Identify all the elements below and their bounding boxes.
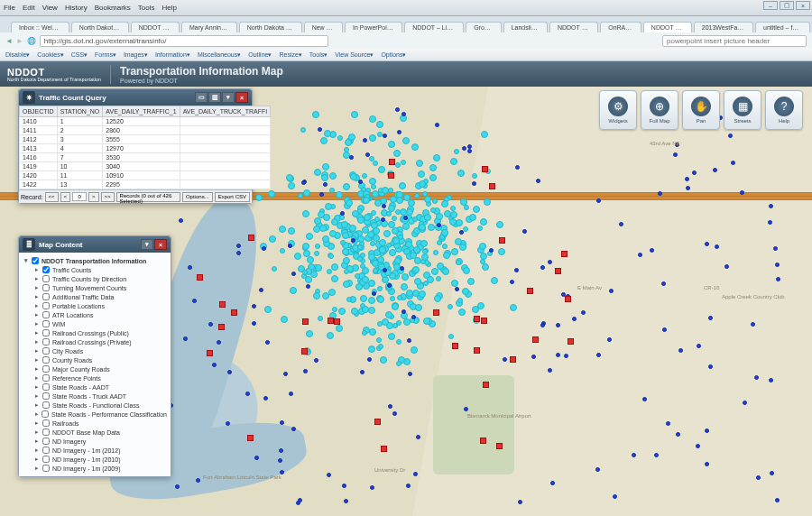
traffic-count-marker[interactable]: [768, 220, 772, 225]
traffic-count-marker[interactable]: [472, 306, 479, 313]
menu-view[interactable]: View: [42, 4, 58, 12]
traffic-count-marker[interactable]: [454, 149, 459, 154]
traffic-count-marker[interactable]: [376, 121, 383, 128]
record-last-button[interactable]: >>: [101, 192, 115, 202]
traffic-count-marker[interactable]: [411, 346, 418, 354]
traffic-count-marker[interactable]: [410, 252, 417, 259]
layer-item[interactable]: ▸Turning Movement Counts: [23, 283, 167, 292]
traffic-count-marker[interactable]: [278, 458, 282, 463]
menu-help[interactable]: Help: [161, 4, 176, 12]
traffic-count-marker[interactable]: [662, 327, 667, 332]
layer-item[interactable]: ▸Reference Points: [23, 373, 167, 382]
browser-tab[interactable]: Inbox :: Welco...: [11, 22, 69, 32]
panel-close-icon[interactable]: ×: [235, 92, 248, 103]
traffic-count-marker[interactable]: [607, 337, 612, 342]
traffic-count-marker[interactable]: [567, 338, 574, 345]
layer-checkbox[interactable]: [42, 392, 50, 400]
layer-checkbox[interactable]: [42, 356, 50, 364]
traffic-count-marker[interactable]: [377, 286, 383, 291]
traffic-count-marker[interactable]: [252, 304, 256, 309]
traffic-count-marker[interactable]: [609, 289, 614, 293]
traffic-count-marker[interactable]: [351, 111, 358, 118]
traffic-count-marker[interactable]: [218, 324, 225, 330]
traffic-count-marker[interactable]: [368, 280, 375, 287]
layer-checkbox[interactable]: [42, 338, 50, 346]
traffic-count-marker[interactable]: [489, 248, 494, 253]
layer-checkbox[interactable]: [42, 365, 50, 373]
browser-tab[interactable]: Mary Anning ...: [181, 22, 237, 32]
traffic-count-marker[interactable]: [394, 257, 401, 264]
traffic-count-marker[interactable]: [415, 304, 422, 311]
traffic-count-marker[interactable]: [442, 268, 449, 275]
traffic-count-marker[interactable]: [666, 421, 670, 426]
window-close-icon[interactable]: ×: [796, 1, 810, 10]
traffic-count-marker[interactable]: [436, 276, 441, 281]
forward-icon[interactable]: ►: [16, 37, 23, 45]
traffic-count-marker[interactable]: [336, 325, 343, 332]
layer-checkbox[interactable]: [42, 383, 50, 391]
traffic-count-marker[interactable]: [556, 353, 560, 357]
traffic-count-marker[interactable]: [419, 180, 426, 188]
traffic-count-marker[interactable]: [373, 268, 378, 273]
tree-expand-icon[interactable]: ▸: [35, 374, 42, 382]
map-tool-help[interactable]: ?Help: [765, 90, 803, 130]
traffic-count-marker[interactable]: [396, 339, 401, 345]
traffic-count-marker[interactable]: [231, 309, 237, 316]
layer-checkbox[interactable]: [42, 438, 50, 445]
traffic-count-marker[interactable]: [252, 321, 256, 326]
browser-tab[interactable]: NDDOT GIS: [131, 22, 180, 32]
traffic-count-marker[interactable]: [383, 268, 387, 272]
traffic-count-marker[interactable]: [402, 137, 410, 144]
tree-expand-icon[interactable]: ▸: [35, 383, 42, 391]
traffic-count-marker[interactable]: [743, 401, 747, 405]
traffic-count-marker[interactable]: [596, 198, 601, 203]
traffic-count-marker[interactable]: [314, 251, 319, 256]
traffic-count-marker[interactable]: [197, 274, 203, 281]
window-max-icon[interactable]: ▢: [780, 1, 794, 10]
traffic-count-marker[interactable]: [450, 206, 456, 211]
devtool-item[interactable]: Disable▾: [5, 51, 30, 59]
traffic-count-marker[interactable]: [395, 162, 401, 168]
tree-expand-icon[interactable]: ▸: [35, 410, 42, 418]
traffic-count-marker[interactable]: [565, 296, 571, 302]
traffic-count-marker[interactable]: [420, 240, 428, 247]
traffic-count-marker[interactable]: [281, 316, 288, 323]
layer-item[interactable]: ▸County Roads: [23, 355, 167, 364]
traffic-count-marker[interactable]: [392, 227, 399, 235]
traffic-count-marker[interactable]: [496, 443, 503, 449]
traffic-count-marker[interactable]: [268, 190, 275, 198]
traffic-count-marker[interactable]: [406, 484, 411, 488]
traffic-count-marker[interactable]: [775, 263, 780, 267]
traffic-count-marker[interactable]: [286, 174, 293, 181]
traffic-count-marker[interactable]: [322, 163, 329, 170]
layer-checkbox[interactable]: [42, 447, 50, 454]
traffic-count-marker[interactable]: [429, 164, 437, 171]
traffic-count-marker[interactable]: [265, 340, 270, 345]
traffic-count-marker[interactable]: [351, 308, 358, 315]
layer-checkbox[interactable]: [42, 320, 50, 327]
traffic-count-marker[interactable]: [472, 181, 476, 186]
traffic-count-marker[interactable]: [320, 137, 328, 144]
traffic-count-marker[interactable]: [452, 343, 458, 349]
traffic-count-marker[interactable]: [407, 338, 411, 343]
traffic-count-marker[interactable]: [424, 196, 431, 203]
traffic-count-marker[interactable]: [555, 268, 561, 274]
table-row[interactable]: 1422132295: [20, 180, 271, 189]
table-row[interactable]: 14201110910: [20, 171, 271, 180]
traffic-count-marker[interactable]: [756, 475, 761, 480]
map-viewport[interactable]: E Main Av43rd Ave NECR-10Apple Creek Cou…: [0, 87, 812, 516]
traffic-count-marker[interactable]: [272, 266, 277, 272]
traffic-count-marker[interactable]: [269, 235, 276, 243]
layer-item[interactable]: ▸Portable Locations: [23, 301, 167, 310]
layer-checkbox[interactable]: [42, 329, 50, 336]
traffic-count-marker[interactable]: [337, 135, 343, 141]
traffic-count-marker[interactable]: [474, 316, 480, 322]
tree-expand-icon[interactable]: ▸: [35, 428, 42, 436]
record-next-button[interactable]: >: [88, 192, 99, 202]
traffic-count-marker[interactable]: [692, 170, 697, 175]
traffic-count-marker[interactable]: [358, 180, 363, 184]
layer-item[interactable]: ▸Traffic Counts by Direction: [23, 274, 167, 283]
traffic-count-marker[interactable]: [318, 127, 322, 132]
tree-root[interactable]: ▾ NDDOT Transportation Information: [23, 256, 167, 265]
layer-item[interactable]: ▸Railroad Crossings (Public): [23, 328, 167, 337]
